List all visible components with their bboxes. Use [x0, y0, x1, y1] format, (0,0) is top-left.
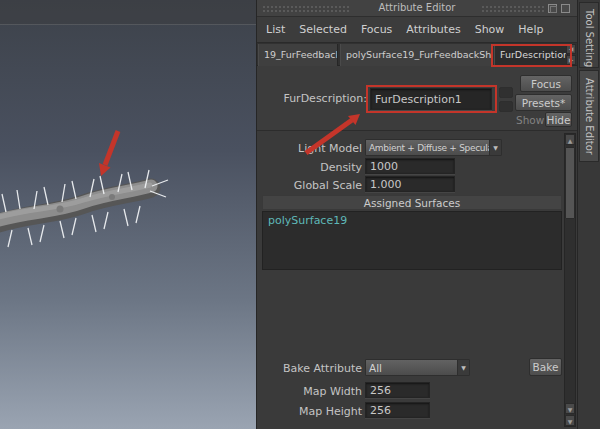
menu-attributes[interactable]: Attributes	[399, 20, 467, 39]
map-height-label: Map Height	[267, 405, 362, 418]
presets-button[interactable]: Presets*	[515, 94, 572, 111]
list-item-polysurface19[interactable]: polySurface19	[263, 212, 561, 229]
global-scale-label: Global Scale	[267, 179, 362, 192]
node-name-label: FurDescription:	[267, 92, 367, 105]
node-name-input[interactable]	[371, 89, 491, 109]
menu-selected[interactable]: Selected	[292, 20, 354, 39]
map-height-input[interactable]	[366, 403, 429, 417]
map-width-input[interactable]	[366, 383, 429, 397]
global-scale-input[interactable]	[366, 177, 454, 191]
vertical-scrollbar[interactable]: ▲ ▼ ▼	[564, 133, 576, 427]
assigned-surfaces-header: Assigned Surfaces	[262, 195, 562, 210]
menu-focus[interactable]: Focus	[354, 20, 399, 39]
scrollbar-thumb[interactable]	[565, 147, 575, 219]
float-panel-icon[interactable]	[561, 4, 570, 13]
node-swatch-icon[interactable]	[499, 87, 513, 98]
scroll-end-icon[interactable]: ▼	[565, 415, 575, 426]
fur-branch-object	[0, 0, 257, 429]
attribute-scroll-area: Light Model Ambient + Diffuse + Specular…	[257, 130, 577, 429]
panel-menubar: List Selected Focus Attributes Show Help	[259, 18, 550, 41]
tab-attribute-editor[interactable]: Attribute Editor	[579, 70, 599, 162]
light-model-value: Ambient + Diffuse + Specular	[366, 143, 489, 153]
viewport-3d[interactable]	[0, 0, 257, 429]
scroll-down-icon[interactable]: ▼	[565, 403, 575, 414]
copy-tab-icon[interactable]	[548, 4, 557, 13]
attribute-editor-panel: Attribute Editor List Selected Focus Att…	[257, 0, 577, 429]
tab-furfeedback[interactable]: 19_FurFeedback	[258, 44, 338, 66]
density-label: Density	[267, 161, 362, 174]
hide-button[interactable]: Hide	[545, 112, 572, 127]
show-button-disabled: Show	[516, 114, 544, 126]
map-width-label: Map Width	[267, 385, 362, 398]
tab-tool-settings[interactable]: Tool Settings	[579, 2, 599, 68]
panel-titlebar[interactable]: Attribute Editor	[257, 0, 577, 17]
density-input[interactable]	[366, 159, 454, 173]
tab-furfeedbackshape[interactable]: polySurface19_FurFeedbackShape	[340, 44, 492, 66]
tab-furdescription[interactable]: FurDescription1	[494, 44, 568, 66]
node-tabbar: 19_FurFeedback polySurface19_FurFeedback…	[257, 42, 577, 66]
chevron-down-icon: ▼	[489, 140, 501, 155]
maya-window: Attribute Editor List Selected Focus Att…	[0, 0, 600, 429]
bake-attribute-value: All	[366, 362, 457, 374]
tab-scroll-right-icon[interactable]: ▶	[566, 55, 576, 65]
assigned-surfaces-list[interactable]: polySurface19	[262, 211, 562, 270]
menu-show[interactable]: Show	[468, 20, 512, 39]
scroll-up-icon[interactable]: ▲	[565, 134, 575, 145]
chevron-down-icon: ▼	[457, 360, 469, 375]
bake-button[interactable]: Bake	[529, 358, 562, 376]
menu-help[interactable]: Help	[511, 20, 550, 39]
node-notes-icon[interactable]	[499, 101, 513, 112]
drag-grip-right	[481, 5, 545, 12]
bake-attribute-select[interactable]: All ▼	[365, 359, 470, 376]
light-model-label: Light Model	[267, 142, 362, 155]
tab-scroll-left-icon[interactable]: ◀	[566, 44, 576, 54]
right-dock-tabs: Tool Settings Attribute Editor	[577, 0, 600, 429]
bake-attribute-label: Bake Attribute	[267, 362, 362, 375]
focus-button[interactable]: Focus	[520, 75, 572, 92]
menu-list[interactable]: List	[259, 20, 292, 39]
light-model-select[interactable]: Ambient + Diffuse + Specular ▼	[365, 139, 502, 156]
